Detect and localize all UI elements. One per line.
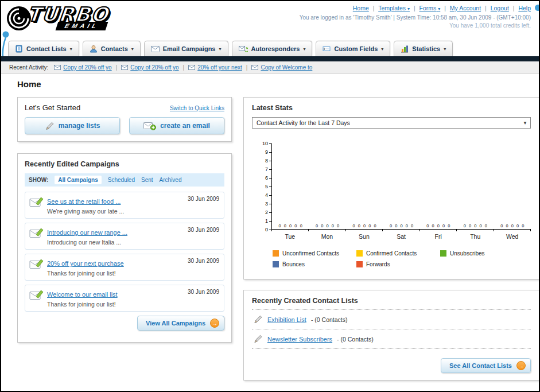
campaign-subject: Thanks for joining our list! xyxy=(47,270,219,277)
page-title: Home xyxy=(17,79,522,89)
recently-created-lists-panel: Recently Created Contact Lists Exhibitio… xyxy=(243,290,539,381)
recent-activity-item: Copy of Welcome to xyxy=(251,64,312,71)
view-all-campaigns-button[interactable]: View All Campaigns → xyxy=(137,316,224,331)
contacts-icon xyxy=(90,45,98,53)
bar-value-labels: 0 0 0 0 0 xyxy=(309,223,345,228)
campaign-subject: Thanks for joining our list! xyxy=(47,301,219,308)
switch-quick-links-link[interactable]: Switch to Quick Links xyxy=(170,105,224,111)
legend-item: Unsubscribes xyxy=(440,250,524,257)
recent-activity-link[interactable]: 20% off your next xyxy=(197,64,242,71)
filter-archived[interactable]: Archived xyxy=(160,177,182,183)
x-axis-label: Sun xyxy=(345,233,383,240)
nav-divider-bar xyxy=(1,56,539,61)
email-icon xyxy=(188,65,195,70)
link-my-account[interactable]: My Account xyxy=(450,5,481,11)
pencil-icon xyxy=(253,315,263,324)
y-axis-tick: 0 xyxy=(259,227,271,232)
create-email-button[interactable]: create an email xyxy=(129,117,224,134)
legend-swatch xyxy=(356,261,363,267)
campaign-link[interactable]: Introducing our new range ... xyxy=(47,229,127,236)
contact-list-link[interactable]: Exhibition List xyxy=(267,316,306,323)
chart-bar-group: 0 0 0 0 0 xyxy=(272,143,309,229)
chart-bar-group: 0 0 0 0 0 xyxy=(346,143,383,229)
see-all-contact-lists-button[interactable]: See All Contact Lists → xyxy=(441,358,531,373)
email-plus-icon xyxy=(143,121,156,130)
filter-scheduled[interactable]: Scheduled xyxy=(108,177,135,183)
nav-tab-contact-lists[interactable]: Contact Lists ▾ xyxy=(8,41,79,56)
email-edit-icon xyxy=(29,227,44,239)
y-axis-tick: 4 xyxy=(259,192,271,198)
chart-y-axis: 109876543210 xyxy=(254,143,271,230)
get-started-panel: Let's Get Started Switch to Quick Links … xyxy=(17,97,232,142)
campaign-link[interactable]: 20% off your next purchase xyxy=(47,260,124,267)
nav-tab-email-campaigns[interactable]: Email Campaigns ▾ xyxy=(144,41,228,56)
recent-activity-link[interactable]: Copy of 20% off yo xyxy=(130,64,178,71)
nav-tab-label: Email Campaigns xyxy=(163,45,216,52)
nav-tab-autoresponders[interactable]: Autoresponders ▾ xyxy=(232,41,313,56)
campaign-link[interactable]: See us at the retail food ... xyxy=(47,198,121,205)
x-axis-label: Mon xyxy=(309,233,346,240)
campaign-row: See us at the retail food ... We're givi… xyxy=(25,192,224,219)
legend-label: Unsubscribes xyxy=(450,250,485,257)
right-column: Latest Stats Contact Activity for the La… xyxy=(243,97,539,381)
link-forms[interactable]: Forms ▾ xyxy=(419,5,441,11)
session-info: Home | Templates ▾ | Forms ▾ | My Accoun… xyxy=(300,5,531,29)
legend-item: Forwards xyxy=(356,261,440,267)
pencil-icon xyxy=(253,334,263,344)
campaign-row: Introducing our new range ... Introducin… xyxy=(25,223,224,250)
contact-list-item: Exhibition List - (0 Contacts) xyxy=(252,310,531,329)
chevron-down-icon: ▾ xyxy=(381,46,383,52)
see-all-contact-lists-label: See All Contact Lists xyxy=(449,362,512,369)
chart-labels-row: TueMonSunSatFriThuWed xyxy=(271,233,531,240)
filter-sent[interactable]: Sent xyxy=(141,177,153,183)
email-edit-icon xyxy=(29,196,44,208)
chart-legend: Unconfirmed ContactsConfirmed ContactsUn… xyxy=(273,250,531,272)
y-axis-tick: 10 xyxy=(259,141,271,146)
stats-period-select[interactable]: Contact Activity for the Last 7 Days ▼ xyxy=(252,117,531,129)
left-column: Let's Get Started Switch to Quick Links … xyxy=(17,97,232,343)
recent-activity-item: Copy of 20% off yo xyxy=(54,64,111,71)
create-email-label: create an email xyxy=(160,122,210,130)
pencil-icon xyxy=(45,121,55,131)
decorative-dot xyxy=(535,5,540,11)
x-axis-label: Sat xyxy=(383,233,420,240)
link-logout[interactable]: Logout xyxy=(491,5,509,11)
email-icon xyxy=(121,65,128,70)
manage-lists-label: manage lists xyxy=(59,122,100,130)
contact-list-link[interactable]: Newsletter Subscribers xyxy=(267,336,332,343)
email-campaigns-icon xyxy=(151,46,160,52)
campaign-date: 30 Jun 2009 xyxy=(188,289,219,295)
legend-item: Unconfirmed Contacts xyxy=(273,250,356,257)
bar-value-labels: 0 0 0 0 0 xyxy=(272,223,309,228)
campaign-date: 30 Jun 2009 xyxy=(188,227,219,233)
nav-tab-statistics[interactable]: Statistics ▾ xyxy=(394,41,453,56)
link-help[interactable]: Help xyxy=(518,5,531,11)
recent-activity-bar: Recent Activity: Copy of 20% off yo | Co… xyxy=(1,61,539,74)
link-templates[interactable]: Templates ▾ xyxy=(378,5,410,11)
bar-value-labels: 0 0 0 0 0 xyxy=(383,223,419,228)
chart-bar-group: 0 0 0 0 0 xyxy=(457,143,494,229)
bar-value-labels: 0 0 0 0 0 xyxy=(346,223,383,228)
nav-tab-custom-fields[interactable]: Custom Fields ▾ xyxy=(316,41,390,56)
y-axis-tick: 2 xyxy=(259,209,271,215)
recent-activity-link[interactable]: Copy of 20% off yo xyxy=(63,64,111,71)
chevron-down-icon: ▾ xyxy=(438,6,440,11)
filter-all-campaigns[interactable]: All Campaigns xyxy=(55,176,101,184)
nav-tab-contacts[interactable]: Contacts ▾ xyxy=(83,41,141,56)
bar-value-labels: 0 0 0 0 0 xyxy=(494,223,531,228)
arrow-right-icon: → xyxy=(210,319,219,328)
legend-swatch xyxy=(440,250,446,257)
campaign-link[interactable]: Welcome to our email list xyxy=(47,291,118,298)
campaign-filter-bar: SHOW: All Campaigns Scheduled Sent Archi… xyxy=(25,173,224,187)
link-home[interactable]: Home xyxy=(353,5,369,11)
campaign-row: 20% off your next purchase Thanks for jo… xyxy=(25,254,224,281)
chevron-down-icon: ▾ xyxy=(303,46,305,52)
top-links: Home | Templates ▾ | Forms ▾ | My Accoun… xyxy=(300,5,531,11)
top-bar: TURBO EMAIL Home | Templates ▾ | Forms ▾… xyxy=(1,1,539,38)
bar-value-labels: 0 0 0 0 0 xyxy=(457,223,494,228)
statistics-icon xyxy=(401,45,409,53)
manage-lists-button[interactable]: manage lists xyxy=(25,117,120,134)
get-started-title: Let's Get Started xyxy=(25,103,80,112)
arrow-right-icon: → xyxy=(516,361,526,370)
recent-activity-link[interactable]: Copy of Welcome to xyxy=(261,64,312,71)
